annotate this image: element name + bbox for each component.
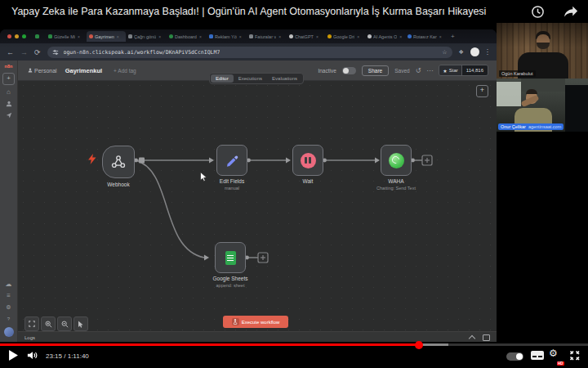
node-label: Google Sheets [206, 276, 255, 281]
tab-executions[interactable]: Executions [234, 74, 267, 83]
help-icon[interactable]: ? [7, 316, 10, 322]
star-label: Star [449, 68, 458, 73]
node-waha[interactable] [381, 145, 412, 176]
pointer-icon [78, 321, 84, 328]
progress-scrubber[interactable] [415, 341, 423, 349]
progress-played [0, 343, 419, 346]
workflow-status-label: Inactive [318, 68, 336, 74]
node-subtitle: manual [207, 186, 256, 191]
history-icon[interactable]: ↺ [416, 67, 421, 74]
view-tabs: Editor Executions Evaluations [209, 73, 304, 84]
node-wait[interactable] [292, 145, 323, 176]
interaction-mode-button[interactable] [74, 316, 88, 331]
autoplay-toggle[interactable] [506, 352, 523, 361]
node-edit-fields[interactable] [216, 145, 247, 176]
pause-icon [301, 153, 316, 168]
browser-menu-icon[interactable]: ⋮ [484, 48, 491, 56]
node-webhook[interactable] [102, 146, 135, 178]
forward-icon[interactable]: → [20, 48, 28, 56]
updates-cloud-icon[interactable]: ☁ [6, 281, 12, 288]
browser-profile-avatar[interactable] [470, 47, 479, 56]
google-sheets-icon [225, 251, 236, 265]
share-button[interactable]: Share [362, 65, 389, 76]
settings-icon[interactable]: ⚙ [6, 304, 11, 311]
waha-green-icon [389, 153, 404, 168]
project-name: Personal [34, 68, 57, 74]
new-workflow-button[interactable]: + [2, 73, 15, 85]
header-actions: Inactive Share Saved ↺ ⋯ ★Star 114,816 [318, 65, 488, 76]
node-subtitle: append: sheet [206, 283, 255, 288]
node-label: Wait [283, 178, 332, 184]
refresh-icon[interactable]: ⟳ [34, 48, 41, 56]
zoom-out-button[interactable] [57, 316, 72, 331]
youtube-player: Ogün Karabulut Onur Çelikar agentinsaat.… [0, 0, 588, 368]
saved-status: Saved [394, 68, 409, 74]
zoom-in-icon [45, 321, 52, 328]
webcam-2-name-badge: Onur Çelikar agentinsaat.com [498, 123, 564, 130]
list-icon[interactable]: ≡ [7, 293, 11, 299]
tab-evaluations[interactable]: Evaluations [267, 74, 302, 83]
add-node-button[interactable]: + [476, 85, 488, 97]
user-icon[interactable] [6, 101, 12, 107]
person-2-hair [526, 89, 537, 94]
fit-view-icon [29, 321, 35, 327]
subtitles-icon[interactable] [531, 351, 544, 360]
site-info-icon[interactable] [52, 49, 59, 56]
fullscreen-icon[interactable] [569, 350, 580, 361]
watch-later-icon[interactable] [531, 5, 545, 19]
window-light [497, 82, 521, 106]
edit-pen-icon [225, 154, 238, 167]
user-avatar[interactable] [4, 327, 14, 337]
play-button[interactable] [8, 350, 19, 361]
browser-window: Güzelle Mi× Gayrimen× Çağrı gönü× Dashbo… [0, 29, 497, 342]
more-options-icon[interactable]: ⋯ [426, 67, 433, 74]
extensions-icon[interactable]: ❖ [459, 49, 464, 56]
player-controls-bar: 23:15 / 1:11:40 ⚙ HD [0, 342, 588, 368]
execute-workflow-label: Execute workflow [242, 320, 280, 325]
activate-toggle[interactable] [342, 67, 356, 74]
autoplay-knob [516, 353, 523, 360]
star-count: 114,816 [461, 65, 488, 75]
back-icon[interactable]: ← [7, 48, 14, 56]
star-icon: ★ [443, 68, 447, 74]
add-tag-button[interactable]: + Add tag [114, 68, 136, 74]
panel-layout-icon[interactable] [483, 334, 490, 341]
trigger-bolt-icon [88, 154, 96, 164]
video-title: Yapay Zeka ile Para Kazanmaya Başladı! |… [11, 6, 486, 17]
node-label: WAHA [372, 178, 421, 184]
logs-panel-bar[interactable]: Logs [18, 331, 497, 343]
logs-label: Logs [24, 335, 35, 340]
webhook-icon [111, 155, 126, 169]
time-display: 23:15 / 1:11:40 [46, 352, 89, 360]
home-icon[interactable]: ⌂ [7, 89, 11, 96]
chevron-up-icon[interactable] [469, 334, 475, 341]
tab-editor[interactable]: Editor [211, 74, 234, 83]
fit-view-button[interactable] [24, 316, 39, 331]
mouse-cursor [200, 172, 207, 182]
subtitle-line [538, 356, 542, 357]
workflow-canvas[interactable]: + [18, 80, 497, 342]
workflow-name[interactable]: Gayrimenkul [65, 67, 102, 74]
n8n-sidebar: n8n + ⌂ ☁ ≡ ⚙ ? [0, 61, 18, 342]
webcam-2-site: agentinsaat.com [528, 124, 561, 129]
webcam-1-name-tag: Ogün Karabulut [499, 70, 536, 77]
n8n-logo: n8n [5, 64, 13, 69]
breadcrumb: Personal Gayrimenkul + Add tag [28, 67, 136, 74]
url-text: ogun-n8n.clickspeak.ai/workflow/DKnAPiV5… [64, 49, 220, 56]
bookmark-star-icon[interactable]: ☆ [442, 49, 447, 56]
github-star-widget[interactable]: ★Star 114,816 [439, 65, 488, 76]
node-google-sheets[interactable] [215, 242, 246, 273]
address-bar[interactable]: ogun-n8n.clickspeak.ai/workflow/DKnAPiV5… [47, 47, 452, 58]
quality-badge: HD [557, 361, 564, 366]
settings-gear-icon[interactable]: ⚙ [549, 348, 558, 359]
node-label: Edit Fields [207, 178, 256, 184]
subtitle-line [532, 356, 537, 357]
project-breadcrumb[interactable]: Personal [28, 68, 57, 74]
templates-icon[interactable] [6, 112, 12, 119]
volume-icon[interactable] [27, 350, 38, 361]
share-arrow-icon[interactable] [564, 5, 578, 19]
execute-workflow-button[interactable]: Execute workflow [223, 316, 288, 328]
zoom-in-button[interactable] [41, 316, 56, 331]
fridge [565, 85, 588, 132]
node-label: Webhook [94, 182, 143, 187]
